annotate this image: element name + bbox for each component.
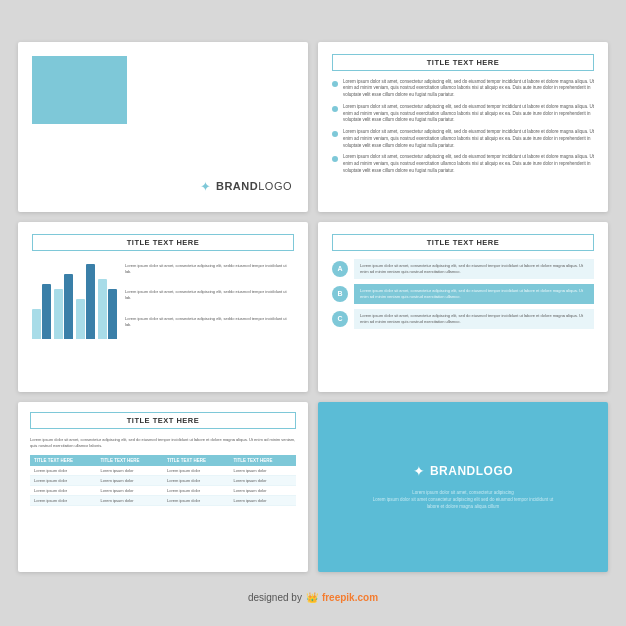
step-item-c: C Lorem ipsum dolor sit amet, consectetu… <box>332 309 594 329</box>
table-body: Lorem ipsum dolorLorem ipsum dolorLorem … <box>30 466 296 506</box>
table-cell: Lorem ipsum dolor <box>30 475 97 485</box>
bar-group-1 <box>32 284 51 339</box>
designed-by-text: designed by <box>248 592 302 603</box>
chart-area: Lorem ipsum dolor sit amet, consectetur … <box>32 259 294 339</box>
brand-suffix: LOGO <box>258 180 292 192</box>
table-cell: Lorem ipsum dolor <box>30 495 97 505</box>
table-cell: Lorem ipsum dolor <box>163 495 230 505</box>
bar-dark <box>64 274 73 339</box>
bullet-dot <box>332 106 338 112</box>
bullet-item-2: Lorem ipsum dolor sit amet, consectetur … <box>332 104 594 124</box>
chart-text-item-1: Lorem ipsum dolor sit amet, consectetur … <box>125 263 294 275</box>
slide-brand-blue: ✦ BRANDLOGO Lorem ipsum dolor sit amet, … <box>318 402 608 572</box>
logo-icon: ✦ <box>200 179 211 194</box>
table-row: Lorem ipsum dolorLorem ipsum dolorLorem … <box>30 495 296 505</box>
blue-rectangle <box>32 56 127 124</box>
slide-bullets: TITLE TEXT HERE Lorem ipsum dolor sit am… <box>318 42 608 212</box>
bullet-item-4: Lorem ipsum dolor sit amet, consectetur … <box>332 154 594 174</box>
chart-text-item-3: Lorem ipsum dolor sit amet, consectetur … <box>125 316 294 328</box>
freepik-icon: 👑 <box>306 592 318 603</box>
bar-light <box>32 309 41 339</box>
table-cell: Lorem ipsum dolor <box>163 485 230 495</box>
table-cell: Lorem ipsum dolor <box>30 466 97 476</box>
table-cell: Lorem ipsum dolor <box>30 485 97 495</box>
slide-table: TITLE TEXT HERE Lorem ipsum dolor sit am… <box>18 402 308 572</box>
step-text-c: Lorem ipsum dolor sit amet, consectetur … <box>354 309 594 329</box>
slide-title: TITLE TEXT HERE <box>332 54 594 71</box>
table-cell: Lorem ipsum dolor <box>97 485 164 495</box>
table-cell: Lorem ipsum dolor <box>230 495 297 505</box>
bullet-item-1: Lorem ipsum dolor sit amet, consectetur … <box>332 79 594 99</box>
step-badge-a: A <box>332 261 348 277</box>
brand-name-white: BRANDLOGO <box>430 464 513 478</box>
logo-icon-white: ✦ <box>413 463 425 479</box>
bar-dark <box>86 264 95 339</box>
bullet-text: Lorem ipsum dolor sit amet, consectetur … <box>343 129 594 149</box>
brand-logo-white: ✦ BRANDLOGO <box>413 463 513 479</box>
bullet-dot <box>332 81 338 87</box>
slide-chart: TITLE TEXT HERE <box>18 222 308 392</box>
brand-name: BRANDLOGO <box>216 180 292 192</box>
bars-container <box>32 259 117 339</box>
col-header-4: TITLE TEXT HERE <box>230 455 297 466</box>
slide-steps: TITLE TEXT HERE A Lorem ipsum dolor sit … <box>318 222 608 392</box>
col-header-1: TITLE TEXT HERE <box>30 455 97 466</box>
step-badge-c: C <box>332 311 348 327</box>
sub-text: Lorem ipsum dolor sit amet, consectetur … <box>373 489 554 511</box>
bar-group-2 <box>54 274 73 339</box>
table-row: Lorem ipsum dolorLorem ipsum dolorLorem … <box>30 475 296 485</box>
bar-light <box>54 289 63 339</box>
bullet-text: Lorem ipsum dolor sit amet, consectetur … <box>343 79 594 99</box>
bar-dark <box>108 289 117 339</box>
table-cell: Lorem ipsum dolor <box>163 466 230 476</box>
chart-text-item-2: Lorem ipsum dolor sit amet, consectetur … <box>125 289 294 301</box>
table-row: Lorem ipsum dolorLorem ipsum dolorLorem … <box>30 466 296 476</box>
step-item-b: B Lorem ipsum dolor sit amet, consectetu… <box>332 284 594 304</box>
bullet-dot <box>332 131 338 137</box>
chart-text: Lorem ipsum dolor sit amet, consectetur … <box>125 259 294 339</box>
footer: designed by 👑 freepik.com <box>0 590 626 603</box>
bar-group-3 <box>76 264 95 339</box>
step-badge-b: B <box>332 286 348 302</box>
step-text-b: Lorem ipsum dolor sit amet, consectetur … <box>354 284 594 304</box>
data-table: TITLE TEXT HERE TITLE TEXT HERE TITLE TE… <box>30 455 296 506</box>
step-text-a: Lorem ipsum dolor sit amet, consectetur … <box>354 259 594 279</box>
bar-light <box>76 299 85 339</box>
bullet-text: Lorem ipsum dolor sit amet, consectetur … <box>343 154 594 174</box>
bullet-text: Lorem ipsum dolor sit amet, consectetur … <box>343 104 594 124</box>
table-cell: Lorem ipsum dolor <box>230 475 297 485</box>
slide-title: TITLE TEXT HERE <box>332 234 594 251</box>
table-cell: Lorem ipsum dolor <box>97 475 164 485</box>
col-header-2: TITLE TEXT HERE <box>97 455 164 466</box>
bar-light <box>98 279 107 339</box>
freepik-brand: freepik.com <box>322 592 378 603</box>
slide-title: TITLE TEXT HERE <box>30 412 296 429</box>
bar-dark <box>42 284 51 339</box>
bullet-item-3: Lorem ipsum dolor sit amet, consectetur … <box>332 129 594 149</box>
table-row: Lorem ipsum dolorLorem ipsum dolorLorem … <box>30 485 296 495</box>
table-cell: Lorem ipsum dolor <box>230 485 297 495</box>
slide-title: TITLE TEXT HERE <box>32 234 294 251</box>
col-header-3: TITLE TEXT HERE <box>163 455 230 466</box>
bullet-dot <box>332 156 338 162</box>
step-item-a: A Lorem ipsum dolor sit amet, consectetu… <box>332 259 594 279</box>
table-header-row: TITLE TEXT HERE TITLE TEXT HERE TITLE TE… <box>30 455 296 466</box>
intro-text: Lorem ipsum dolor sit amet, consectetur … <box>30 437 296 449</box>
table-cell: Lorem ipsum dolor <box>97 495 164 505</box>
brand-logo: ✦ BRANDLOGO <box>200 179 292 194</box>
table-cell: Lorem ipsum dolor <box>163 475 230 485</box>
table-cell: Lorem ipsum dolor <box>97 466 164 476</box>
slides-grid: ✦ BRANDLOGO TITLE TEXT HERE Lorem ipsum … <box>0 24 626 590</box>
bar-group-4 <box>98 279 117 339</box>
table-cell: Lorem ipsum dolor <box>230 466 297 476</box>
slide-brand-logo: ✦ BRANDLOGO <box>18 42 308 212</box>
